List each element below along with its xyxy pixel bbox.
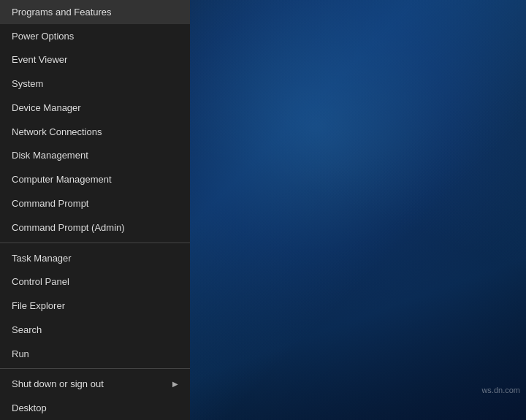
menu-item-label-device-manager: Device Manager bbox=[12, 102, 81, 113]
menu-item-label-computer-management: Computer Management bbox=[12, 174, 112, 185]
menu-divider bbox=[0, 368, 190, 369]
menu-item-task-manager[interactable]: Task Manager bbox=[0, 246, 190, 270]
menu-item-command-prompt[interactable]: Command Prompt bbox=[0, 191, 190, 215]
menu-item-power-options[interactable]: Power Options bbox=[0, 24, 190, 48]
menu-item-event-viewer[interactable]: Event Viewer bbox=[0, 48, 190, 72]
menu-divider bbox=[0, 243, 190, 243]
menu-item-label-command-prompt-admin: Command Prompt (Admin) bbox=[12, 222, 125, 233]
menu-item-file-explorer[interactable]: File Explorer bbox=[0, 294, 190, 318]
menu-item-disk-management[interactable]: Disk Management bbox=[0, 144, 190, 168]
menu-item-search[interactable]: Search bbox=[0, 318, 190, 342]
menu-item-label-task-manager: Task Manager bbox=[12, 253, 72, 264]
context-menu: Programs and FeaturesPower OptionsEvent … bbox=[0, 0, 190, 420]
menu-item-label-disk-management: Disk Management bbox=[12, 150, 88, 161]
menu-item-run[interactable]: Run bbox=[0, 342, 190, 366]
watermark: ws.dn.com bbox=[481, 386, 520, 394]
menu-item-label-run: Run bbox=[12, 348, 29, 359]
menu-item-label-event-viewer: Event Viewer bbox=[12, 54, 67, 65]
menu-item-label-system: System bbox=[12, 78, 43, 89]
menu-item-programs-features[interactable]: Programs and Features bbox=[0, 0, 190, 24]
menu-item-shut-down-sign-out[interactable]: Shut down or sign out▶ bbox=[0, 372, 190, 396]
menu-item-network-connections[interactable]: Network Connections bbox=[0, 120, 190, 144]
menu-item-label-file-explorer: File Explorer bbox=[12, 300, 65, 311]
menu-item-control-panel[interactable]: Control Panel bbox=[0, 270, 190, 294]
menu-item-label-desktop: Desktop bbox=[12, 402, 47, 413]
submenu-arrow-icon: ▶ bbox=[172, 380, 178, 388]
menu-item-label-programs-features: Programs and Features bbox=[12, 7, 112, 18]
menu-item-desktop[interactable]: Desktop bbox=[0, 396, 190, 420]
menu-item-label-command-prompt: Command Prompt bbox=[12, 198, 88, 209]
menu-item-device-manager[interactable]: Device Manager bbox=[0, 96, 190, 120]
menu-item-label-network-connections: Network Connections bbox=[12, 126, 102, 137]
menu-item-system[interactable]: System bbox=[0, 72, 190, 96]
menu-item-command-prompt-admin[interactable]: Command Prompt (Admin) bbox=[0, 215, 190, 240]
menu-item-label-search: Search bbox=[12, 324, 42, 335]
menu-item-computer-management[interactable]: Computer Management bbox=[0, 167, 190, 191]
menu-item-label-power-options: Power Options bbox=[12, 31, 74, 42]
menu-item-label-shut-down-sign-out: Shut down or sign out bbox=[12, 378, 104, 389]
menu-item-label-control-panel: Control Panel bbox=[12, 276, 69, 287]
